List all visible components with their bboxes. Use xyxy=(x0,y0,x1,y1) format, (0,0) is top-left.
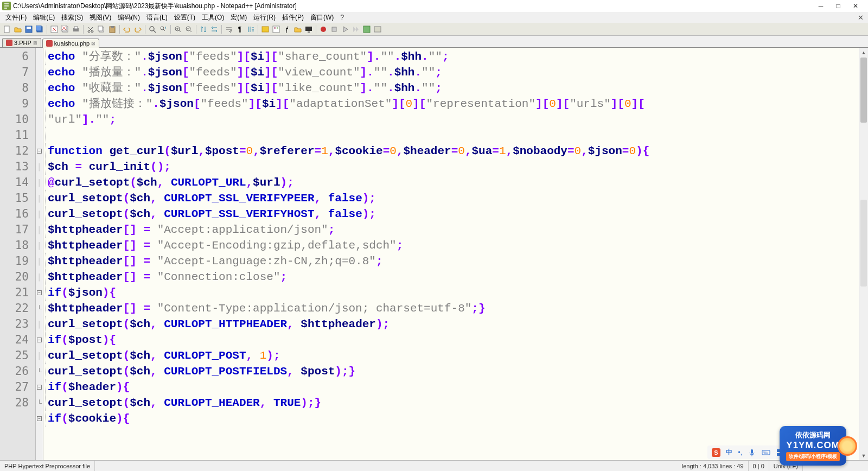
svg-rect-16 xyxy=(111,26,114,28)
svg-rect-21 xyxy=(262,27,269,32)
svg-rect-29 xyxy=(363,26,370,33)
scrollbar-track-mark xyxy=(860,200,867,287)
svg-rect-24 xyxy=(277,27,278,29)
app-icon xyxy=(2,2,11,10)
undo-icon[interactable] xyxy=(122,24,132,34)
status-length: length : 4,033 lines : 49 xyxy=(678,461,749,471)
menu-搜索s[interactable]: 搜索(S) xyxy=(58,12,86,23)
replace-icon[interactable] xyxy=(158,24,168,34)
menubar-close-icon[interactable]: ✕ xyxy=(858,14,864,22)
watermark-badge: 依依源码网 Y1YM.COM 软件/源码/小程序/模板 xyxy=(780,426,846,466)
code-area[interactable]: echo "分享数：".$json["feeds"][$i]["share_co… xyxy=(47,48,868,460)
menu-文件f[interactable]: 文件(F) xyxy=(2,12,30,23)
scrollbar-thumb[interactable] xyxy=(860,58,867,123)
func-list-icon[interactable]: ƒ xyxy=(282,24,292,34)
watermark-sub: 软件/源码/小程序/模板 xyxy=(786,452,840,461)
tab-close-icon[interactable]: ⊠ xyxy=(33,40,37,46)
redo-icon[interactable] xyxy=(133,24,143,34)
vertical-scrollbar[interactable]: ▲ ▼ xyxy=(859,48,868,460)
copy-icon[interactable] xyxy=(97,24,106,34)
svg-point-17 xyxy=(150,27,154,31)
svg-rect-25 xyxy=(305,27,312,31)
watermark-overlay: 依依源码网 Y1YM.COM 软件/源码/小程序/模板 xyxy=(780,426,846,466)
statusbar: PHP Hypertext Preprocessor file length :… xyxy=(0,460,868,471)
svg-rect-31 xyxy=(6,40,12,46)
menu-语言l[interactable]: 语言(L) xyxy=(143,12,171,23)
indent-guide-icon[interactable] xyxy=(246,24,256,34)
sync-v-icon[interactable] xyxy=(199,24,208,34)
svg-rect-35 xyxy=(751,449,753,454)
fold-column[interactable]: −││││││││−└│−│└−└− xyxy=(36,48,43,460)
stop-macro-icon[interactable] xyxy=(329,24,339,34)
toolbar: ¶ ƒ xyxy=(0,23,868,36)
scroll-up-icon[interactable]: ▲ xyxy=(859,48,868,57)
find-icon[interactable] xyxy=(148,24,157,34)
titlebar: C:\Users\Administrator\Desktop\网站源码\2023… xyxy=(0,0,868,12)
svg-rect-3 xyxy=(27,27,31,29)
print-icon[interactable] xyxy=(71,24,81,34)
menu-编辑e[interactable]: 编辑(E) xyxy=(30,12,58,23)
tab-3-PHP[interactable]: 3.PHP⊠ xyxy=(2,38,41,47)
status-filetype: PHP Hypertext Preprocessor file xyxy=(0,461,95,471)
window-title: C:\Users\Administrator\Desktop\网站源码\2023… xyxy=(13,2,817,11)
menubar: 文件(F)编辑(E)搜索(S)视图(V)编码(N)语言(L)设置(T)工具(O)… xyxy=(0,12,868,23)
new-file-icon[interactable] xyxy=(2,24,12,34)
editor[interactable]: 6789101112131415161718192021222324252627… xyxy=(0,48,868,460)
run-icon[interactable] xyxy=(373,24,382,34)
svg-rect-1 xyxy=(4,26,9,33)
minimize-button[interactable]: ─ xyxy=(817,2,825,10)
zoom-out-icon[interactable] xyxy=(184,24,194,34)
show-all-chars-icon[interactable]: ¶ xyxy=(235,24,245,34)
keyboard-icon[interactable] xyxy=(762,448,770,457)
folder-view-icon[interactable] xyxy=(293,24,303,34)
cut-icon[interactable] xyxy=(86,24,95,34)
svg-text:S: S xyxy=(714,449,718,456)
svg-rect-36 xyxy=(762,450,770,455)
svg-point-27 xyxy=(321,27,326,32)
svg-rect-10 xyxy=(74,27,78,29)
watermark-title: 依依源码网 xyxy=(786,430,840,440)
wordwrap-icon[interactable] xyxy=(224,24,234,34)
zoom-in-icon[interactable] xyxy=(173,24,183,34)
sync-h-icon[interactable] xyxy=(209,24,219,34)
record-macro-icon[interactable] xyxy=(318,24,328,34)
svg-rect-30 xyxy=(374,27,381,32)
magnifier-icon xyxy=(838,436,857,456)
ime-lang-icon[interactable]: 中 xyxy=(726,448,732,457)
svg-rect-28 xyxy=(332,27,336,31)
svg-rect-39 xyxy=(777,453,780,456)
open-file-icon[interactable] xyxy=(13,24,23,34)
tab-close-icon[interactable]: ⊠ xyxy=(91,41,95,46)
menu-工具o[interactable]: 工具(O) xyxy=(199,12,227,23)
svg-rect-5 xyxy=(36,26,41,31)
ime-s-icon[interactable]: S xyxy=(712,448,720,457)
menu-设置t[interactable]: 设置(T) xyxy=(171,12,199,23)
tray-dot-icon[interactable]: •, xyxy=(738,449,742,456)
save-all-icon[interactable] xyxy=(35,24,44,34)
menu-插件p[interactable]: 插件(P) xyxy=(279,12,307,23)
menu-编码n[interactable]: 编码(N) xyxy=(114,12,143,23)
play-multi-icon[interactable] xyxy=(351,24,361,34)
doc-map-icon[interactable] xyxy=(271,24,281,34)
scroll-down-icon[interactable]: ▼ xyxy=(859,451,868,460)
microphone-icon[interactable] xyxy=(748,448,756,457)
paste-icon[interactable] xyxy=(107,24,117,34)
maximize-button[interactable]: □ xyxy=(834,2,842,10)
svg-rect-32 xyxy=(46,40,53,47)
save-macro-icon[interactable] xyxy=(362,24,372,34)
close-all-icon[interactable] xyxy=(60,24,70,34)
tab-kuaishou-php[interactable]: kuaishou.php⊠ xyxy=(42,39,99,48)
menu-宏m[interactable]: 宏(M) xyxy=(227,12,250,23)
svg-rect-26 xyxy=(308,31,310,33)
menu-运行r[interactable]: 运行(R) xyxy=(250,12,279,23)
tabbar: 3.PHP⊠kuaishou.php⊠ xyxy=(0,36,868,48)
menu-视图v[interactable]: 视图(V) xyxy=(86,12,114,23)
monitor-icon[interactable] xyxy=(304,24,314,34)
lang-icon[interactable] xyxy=(260,24,270,34)
menu-?[interactable]: ? xyxy=(337,12,347,22)
menu-窗口w[interactable]: 窗口(W) xyxy=(307,12,337,23)
save-icon[interactable] xyxy=(24,24,34,34)
close-file-icon[interactable] xyxy=(49,24,59,34)
close-button[interactable]: ✕ xyxy=(852,2,859,10)
play-macro-icon[interactable] xyxy=(340,24,350,34)
